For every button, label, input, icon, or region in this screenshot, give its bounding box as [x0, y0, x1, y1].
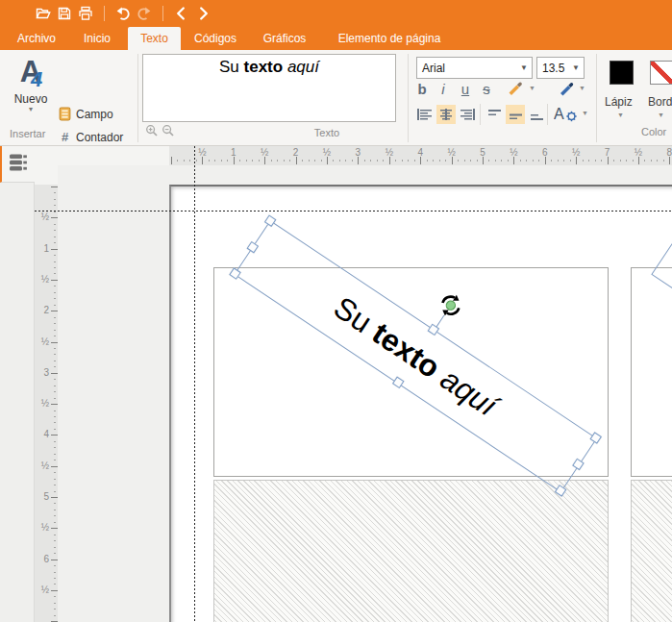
border-label: Bord	[648, 95, 672, 109]
zoom-out-icon[interactable]	[162, 124, 175, 137]
quick-access-toolbar	[0, 0, 672, 27]
print-icon[interactable]	[75, 5, 96, 22]
font-color-pen-icon[interactable]	[558, 79, 576, 97]
group-separator	[408, 54, 409, 142]
group-separator	[137, 54, 138, 142]
undo-icon[interactable]	[112, 5, 134, 22]
tab-gráficos[interactable]: Gráficos	[260, 27, 310, 50]
ribbon: A4 Nuevo ▾ Campo#ContadoriReferencia Ins…	[0, 50, 672, 146]
svg-text:A: A	[554, 106, 564, 122]
page[interactable]	[169, 185, 672, 622]
group-separator	[596, 54, 597, 142]
bold-button[interactable]: b	[413, 81, 431, 97]
font-size-select[interactable]: 13.5▼	[536, 57, 585, 79]
chevron-down-icon: ▼	[520, 63, 532, 72]
strikethrough-button[interactable]: s	[478, 81, 495, 97]
valign-top-button[interactable]	[485, 105, 504, 124]
toolbar-separator	[104, 6, 105, 21]
new-button-label: Nuevo	[8, 92, 54, 106]
panel-toggle-button[interactable]	[0, 146, 35, 183]
align-left-button[interactable]	[415, 105, 435, 124]
font-family-select[interactable]: Arial▼	[416, 57, 533, 79]
button-separator	[547, 104, 548, 125]
new-text-button[interactable]: A4 Nuevo ▾	[8, 56, 54, 129]
dock-panel-icon	[9, 153, 28, 176]
highlighter-icon[interactable]	[507, 79, 525, 97]
counter-icon: #	[58, 131, 72, 144]
vertical-ruler: ½1½2½3½4½5½6½	[35, 165, 58, 622]
side-panel-strip	[0, 146, 35, 622]
chevron-down-icon[interactable]: ▼	[529, 85, 535, 91]
group-label-texto: Texto	[288, 127, 365, 138]
hatched-label-area-1	[213, 480, 609, 622]
workspace: ½1½2½3½4½5½6½7½8 ½1½2½3½4½5½6½ Su texto …	[0, 146, 672, 622]
back-icon[interactable]	[171, 5, 192, 22]
underline-button[interactable]: u	[457, 81, 474, 97]
ribbon-tabs: ArchivoInicioTextoCódigosGráficosElement…	[0, 27, 672, 50]
preview-text: Su texto aquí	[219, 58, 319, 77]
design-canvas[interactable]: Su texto aquí	[58, 165, 672, 622]
open-folder-icon[interactable]	[33, 5, 54, 22]
tab-elemento-de-página[interactable]: Elemento de página	[331, 27, 448, 50]
chevron-down-icon[interactable]: ▼	[617, 112, 624, 118]
border-color-swatch[interactable]	[650, 61, 672, 85]
margin-guide-horizontal	[35, 211, 672, 211]
pencil-color-swatch[interactable]	[610, 61, 634, 85]
tab-texto[interactable]: Texto	[128, 27, 181, 50]
italic-button[interactable]: i	[435, 81, 452, 97]
chevron-down-icon: ▼	[572, 63, 584, 72]
zoom-in-icon[interactable]	[145, 124, 159, 137]
chevron-down-icon[interactable]: ▼	[582, 110, 588, 116]
field-icon	[58, 108, 72, 121]
tab-códigos[interactable]: Códigos	[192, 27, 238, 50]
pencil-label: Lápiz	[605, 95, 633, 109]
text-settings-button[interactable]: A	[553, 104, 580, 123]
horizontal-ruler: ½1½2½3½4½5½6½7½8	[35, 146, 672, 165]
toolbar-separator	[162, 6, 163, 21]
label-outline-2[interactable]	[631, 267, 672, 477]
chevron-down-icon: ▾	[8, 106, 54, 113]
new-text-icon: A4	[8, 56, 54, 90]
redo-icon[interactable]	[134, 5, 155, 22]
group-label-color: Color	[641, 126, 666, 137]
button-separator	[480, 104, 481, 125]
margin-guide-vertical	[194, 146, 195, 622]
campo-button[interactable]: Campo	[58, 106, 113, 122]
contador-button[interactable]: #Contador	[58, 129, 123, 145]
text-preview-box[interactable]: Su texto aquí	[142, 54, 396, 122]
chevron-down-icon[interactable]: ▼	[579, 85, 585, 91]
tab-archivo[interactable]: Archivo	[13, 27, 60, 50]
valign-middle-button[interactable]	[506, 105, 525, 124]
chevron-down-icon[interactable]: ▼	[658, 112, 664, 118]
forward-icon[interactable]	[192, 5, 213, 22]
group-label-insertar: Insertar	[10, 128, 45, 139]
align-center-button[interactable]	[436, 105, 456, 124]
tab-inicio[interactable]: Inicio	[79, 27, 115, 50]
valign-bottom-button[interactable]	[527, 105, 546, 124]
hatched-label-area-2	[631, 480, 672, 622]
save-icon[interactable]	[54, 5, 75, 22]
align-right-button[interactable]	[458, 105, 477, 124]
